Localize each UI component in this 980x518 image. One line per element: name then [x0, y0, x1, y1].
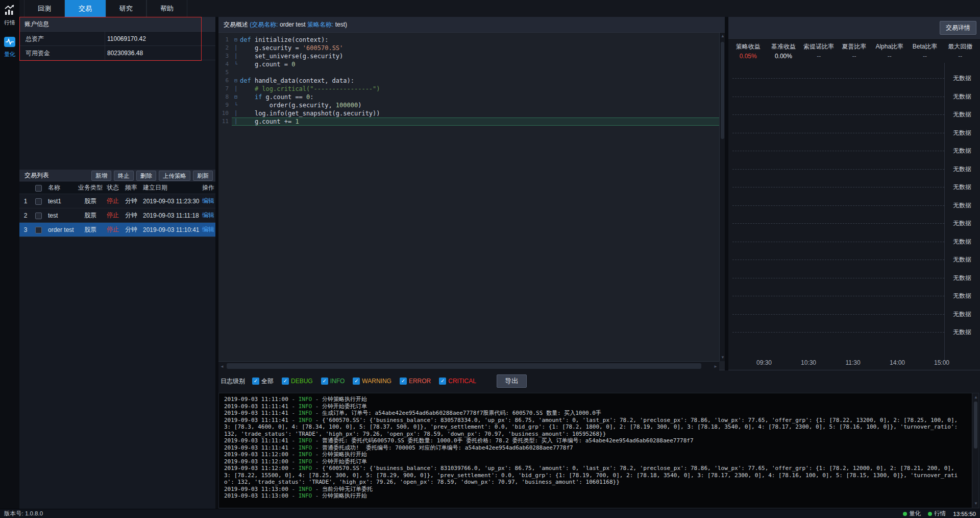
- status-indicator-量化: 量化: [903, 510, 921, 517]
- row-checkbox[interactable]: [35, 213, 42, 219]
- log-filter-WARNING[interactable]: ✓WARNING: [353, 377, 391, 386]
- dashed-gridline: [732, 187, 944, 187]
- fold-marker-icon: │: [232, 117, 240, 126]
- fold-marker-icon: └: [232, 101, 240, 109]
- no-data-label: 无数据: [946, 274, 978, 282]
- scroll-up-icon[interactable]: ▲: [974, 395, 978, 400]
- checkbox-checked-icon[interactable]: ✓: [400, 378, 407, 385]
- trade-button-新增[interactable]: 新增: [91, 171, 111, 181]
- filter-label: CRITICAL: [448, 378, 476, 385]
- row-checkbox[interactable]: [35, 227, 42, 233]
- row-checkbox-cell: [32, 226, 45, 233]
- col-header-频率: 频率: [122, 183, 140, 192]
- code-line-11: 11│ g.count += 1: [218, 117, 719, 126]
- x-axis-tick: 09:30: [756, 359, 772, 366]
- checkbox-header: [32, 184, 45, 191]
- line-number: 4: [218, 60, 232, 68]
- trade-row-test[interactable]: 2test股票停止分钟2019-09-03 11:11:18编辑: [19, 208, 215, 223]
- trade-frequency: 分钟: [122, 197, 140, 205]
- no-data-label: 无数据: [946, 92, 978, 101]
- code-line-7: 7│ # log.critical("----------------"): [218, 85, 719, 93]
- no-data-label: 无数据: [946, 219, 978, 228]
- row-checkbox[interactable]: [35, 198, 42, 205]
- sidebar-item-market[interactable]: 行情: [0, 4, 19, 27]
- line-number: 3: [218, 52, 232, 60]
- editor-horizontal-scrollbar[interactable]: ◄ ►: [218, 361, 719, 370]
- log-filter-DEBUG[interactable]: ✓DEBUG: [282, 377, 313, 386]
- code-line-2: 2│ g.security = '600570.SS': [218, 44, 719, 52]
- scroll-right-icon[interactable]: ►: [714, 364, 718, 369]
- trade-row-test1[interactable]: 1test1股票停止分钟2019-09-03 11:23:30编辑: [19, 194, 215, 208]
- log-scrollbar[interactable]: ▲ ▼: [972, 393, 978, 508]
- scroll-up-icon[interactable]: ▲: [721, 34, 725, 39]
- row-checkbox-cell: [32, 197, 45, 204]
- menu-tabs: 回测交易研究帮助: [24, 0, 187, 17]
- checkbox-checked-icon[interactable]: ✓: [282, 378, 289, 385]
- log-output-box[interactable]: 2019-09-03 11:11:00 - INFO - 分钟策略执行开始201…: [218, 393, 979, 508]
- menu-tab-回测[interactable]: 回测: [24, 0, 65, 17]
- fold-marker-icon[interactable]: ⊟: [232, 77, 240, 85]
- account-row: 可用资金80230936.48: [19, 46, 215, 60]
- menu-tab-帮助[interactable]: 帮助: [146, 0, 187, 17]
- account-info-table: 总资产110069170.42可用资金80230936.48: [19, 32, 215, 60]
- edit-link[interactable]: 编辑: [201, 211, 215, 220]
- fold-marker-icon[interactable]: ⊟: [232, 36, 240, 44]
- scrollbar-thumb[interactable]: [974, 402, 977, 449]
- log-filter-全部[interactable]: ✓全部: [252, 377, 274, 386]
- scrollbar-thumb[interactable]: [721, 42, 724, 139]
- trade-button-刷新[interactable]: 刷新: [193, 171, 213, 181]
- trade-create-date: 2019-09-03 11:11:18: [140, 212, 201, 219]
- scroll-down-icon[interactable]: ▼: [974, 501, 978, 506]
- menu-tab-研究[interactable]: 研究: [106, 0, 146, 17]
- export-button[interactable]: 导出: [497, 374, 527, 388]
- dashed-gridline: [732, 332, 944, 333]
- code-editor[interactable]: 1⊟def initialize(context):2│ g.security …: [218, 33, 719, 361]
- no-data-label: 无数据: [946, 74, 978, 83]
- log-entry: 2019-09-03 11:11:41 - INFO - 生成订单, 订单号: …: [224, 410, 961, 417]
- dashed-gridline: [732, 278, 944, 278]
- scrollbar-thumb[interactable]: [227, 363, 701, 369]
- indicator-label: 行情: [934, 510, 946, 517]
- dashed-gridline: [732, 133, 944, 133]
- edit-link[interactable]: 编辑: [201, 225, 215, 234]
- header-checkbox[interactable]: [35, 185, 42, 192]
- code-line-3: 3│ set_universe(g.security): [218, 52, 719, 60]
- no-data-label: 无数据: [946, 165, 978, 174]
- scroll-down-icon[interactable]: ▼: [721, 355, 725, 360]
- scroll-left-icon[interactable]: ◄: [220, 364, 224, 369]
- checkbox-checked-icon[interactable]: ✓: [321, 378, 328, 385]
- editor-title-segment: 交易概述: [224, 21, 250, 28]
- trade-button-删除[interactable]: 删除: [136, 171, 156, 181]
- editor-vertical-scrollbar[interactable]: ▲ ▼: [719, 33, 725, 361]
- log-section: 日志级别 ✓全部✓DEBUG✓INFO✓WARNING✓ERROR✓CRITIC…: [218, 370, 980, 509]
- log-entry: 2019-09-03 11:13:00 - INFO - 当前分钟无订单委托: [224, 486, 961, 493]
- checkbox-checked-icon[interactable]: ✓: [252, 378, 259, 385]
- no-data-label: 无数据: [946, 255, 978, 264]
- trade-list-title: 交易列表: [24, 172, 49, 179]
- no-data-label: 无数据: [946, 129, 978, 137]
- trade-row-order test[interactable]: 3order test股票停止分钟2019-09-03 11:10:41编辑: [19, 223, 215, 237]
- sidebar-item-quant[interactable]: 量化: [0, 36, 19, 58]
- no-data-label: 无数据: [946, 110, 978, 119]
- log-filter-INFO[interactable]: ✓INFO: [321, 377, 345, 386]
- code-text: def initialize(context):: [240, 36, 328, 44]
- dashed-gridline: [732, 97, 944, 97]
- trade-create-date: 2019-09-03 11:23:30: [140, 198, 201, 205]
- dashed-gridline: [732, 223, 944, 224]
- line-number: 1: [218, 36, 232, 44]
- col-header-操作: 操作: [201, 183, 215, 192]
- trade-name: order test: [45, 226, 78, 233]
- trade-button-终止[interactable]: 终止: [114, 171, 134, 181]
- trade-type: 股票: [78, 225, 103, 234]
- menu-tab-交易[interactable]: 交易: [65, 0, 106, 17]
- log-filter-CRITICAL[interactable]: ✓CRITICAL: [439, 377, 476, 386]
- log-filter-ERROR[interactable]: ✓ERROR: [400, 377, 431, 386]
- checkbox-checked-icon[interactable]: ✓: [439, 378, 446, 385]
- edit-link[interactable]: 编辑: [201, 197, 215, 205]
- fold-marker-icon[interactable]: ⊟: [232, 93, 240, 101]
- trade-button-上传策略[interactable]: 上传策略: [159, 171, 190, 181]
- log-level-filters: ✓全部✓DEBUG✓INFO✓WARNING✓ERROR✓CRITICAL: [252, 377, 484, 386]
- trade-create-date: 2019-09-03 11:10:41: [140, 226, 201, 233]
- checkbox-checked-icon[interactable]: ✓: [353, 378, 360, 385]
- trade-status: 停止: [103, 197, 122, 205]
